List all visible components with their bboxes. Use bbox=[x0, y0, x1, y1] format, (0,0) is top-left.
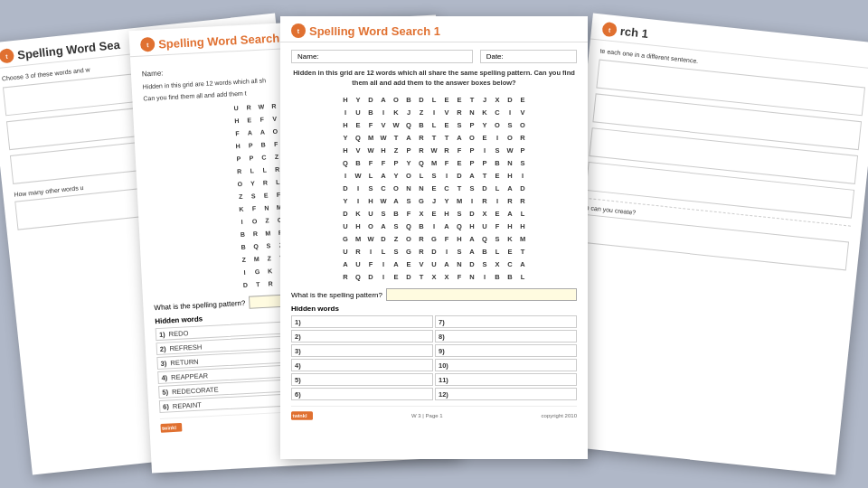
grid-cell: R bbox=[415, 245, 428, 258]
page-wrapper: t Spelling Word Sea Choose 3 of these wo… bbox=[0, 0, 868, 488]
grid-cell: D bbox=[516, 182, 529, 194]
grid-cell: P bbox=[466, 118, 478, 131]
svg-text:twinkl: twinkl bbox=[162, 425, 177, 431]
grid-cell: U bbox=[478, 220, 491, 232]
grid-cell: O bbox=[364, 220, 377, 232]
grid-cell: U bbox=[339, 220, 352, 232]
front-pattern-input[interactable] bbox=[386, 288, 577, 301]
back-right-content: te each one in a different sentence. rn … bbox=[568, 39, 868, 284]
grid-cell: P bbox=[478, 156, 491, 169]
grid-cell: F bbox=[364, 258, 377, 270]
grid-cell: A bbox=[243, 126, 257, 139]
middle-title: Spelling Word Search 3 bbox=[158, 30, 290, 51]
grid-cell: D bbox=[402, 270, 415, 283]
grid-cell: K bbox=[352, 207, 364, 220]
grid-cell: Q bbox=[250, 239, 263, 253]
word-entry: 11) bbox=[435, 373, 577, 386]
grid-cell: X bbox=[491, 258, 504, 270]
grid-cell: S bbox=[402, 194, 415, 207]
grid-cell: R bbox=[453, 106, 466, 118]
grid-cell: F bbox=[248, 202, 261, 215]
word-val: REDO bbox=[168, 329, 188, 338]
grid-cell: B bbox=[364, 106, 377, 118]
grid-cell: A bbox=[390, 258, 402, 270]
word-entry: 10) bbox=[435, 359, 577, 371]
front-footer: twinkl W 3 | Page 1 copyright 2010 bbox=[291, 406, 577, 421]
front-footer-logo: twinkl bbox=[291, 410, 313, 421]
grid-cell: K bbox=[504, 232, 516, 245]
grid-cell: Q bbox=[453, 220, 466, 232]
grid-cell: F bbox=[453, 270, 466, 283]
grid-cell: Y bbox=[246, 176, 259, 190]
back-right-page: t rch 1 te each one in a different sente… bbox=[548, 14, 868, 475]
grid-cell: A bbox=[256, 125, 269, 138]
grid-cell: J bbox=[402, 106, 415, 118]
word-val: REAPPEAR bbox=[171, 371, 208, 381]
front-copyright: copyright 2010 bbox=[542, 413, 577, 418]
grid-cell: E bbox=[453, 156, 466, 169]
grid-cell: K bbox=[390, 106, 402, 118]
front-desc-text: Hidden in this grid are 12 words which a… bbox=[293, 69, 575, 87]
grid-cell: U bbox=[352, 258, 364, 270]
grid-cell: D bbox=[377, 232, 390, 245]
grid-cell: G bbox=[250, 265, 264, 278]
word-num: 3) bbox=[160, 359, 166, 367]
grid-cell: T bbox=[516, 245, 529, 258]
grid-cell: N bbox=[402, 182, 415, 194]
grid-cell: L bbox=[491, 245, 504, 258]
grid-cell: C bbox=[377, 182, 390, 194]
grid-cell: X bbox=[440, 270, 453, 283]
grid-cell: A bbox=[440, 258, 453, 270]
front-name-label: Name: bbox=[297, 52, 319, 61]
grid-cell: B bbox=[237, 240, 250, 254]
grid-cell: C bbox=[491, 106, 504, 118]
grid-cell: A bbox=[453, 131, 466, 144]
grid-cell: F bbox=[364, 118, 377, 131]
grid-cell: R bbox=[259, 175, 272, 189]
grid-cell: V bbox=[516, 106, 529, 118]
grid-cell: D bbox=[364, 93, 377, 106]
front-pattern-label: What is the spelling pattern? bbox=[291, 291, 382, 299]
middle-footer-logo: twinkl bbox=[160, 422, 183, 434]
grid-cell: K bbox=[263, 264, 277, 277]
grid-cell: I bbox=[491, 131, 504, 144]
grid-cell: W bbox=[364, 144, 377, 156]
grid-cell: S bbox=[466, 182, 478, 194]
grid-cell: D bbox=[364, 270, 377, 283]
front-date-field: Date: bbox=[480, 50, 577, 63]
grid-cell: V bbox=[352, 144, 364, 156]
grid-cell: V bbox=[415, 258, 428, 270]
grid-cell: Q bbox=[415, 156, 428, 169]
grid-cell: R bbox=[504, 194, 516, 207]
grid-cell: A bbox=[466, 232, 478, 245]
grid-cell: S bbox=[504, 118, 516, 131]
grid-cell: E bbox=[390, 270, 402, 283]
middle-pattern-label: What is the spelling pattern? bbox=[154, 299, 245, 312]
front-words-grid: 1)2)3)4)5)6)7)8)9)10)11)12) bbox=[291, 315, 577, 400]
grid-cell: U bbox=[230, 101, 243, 115]
grid-cell: S bbox=[364, 182, 377, 194]
grid-cell: S bbox=[491, 144, 504, 156]
twinkl-logo-back-right: t bbox=[601, 22, 618, 38]
grid-cell: S bbox=[428, 169, 440, 182]
grid-cell: A bbox=[390, 194, 402, 207]
grid-cell: R bbox=[232, 164, 246, 178]
grid-cell: E bbox=[440, 93, 453, 106]
grid-cell: D bbox=[453, 169, 466, 182]
grid-cell: C bbox=[440, 182, 453, 194]
grid-cell: O bbox=[390, 182, 402, 194]
twinkl-footer-logo: twinkl bbox=[160, 422, 183, 434]
word-entry: 5) bbox=[291, 373, 433, 386]
grid-cell: X bbox=[428, 270, 440, 283]
grid-cell: W bbox=[504, 144, 516, 156]
grid-cell: W bbox=[377, 131, 390, 144]
grid-cell: W bbox=[364, 232, 377, 245]
word-num: 4) bbox=[161, 373, 167, 381]
grid-cell: P bbox=[516, 144, 529, 156]
front-content: Name: Date: Hidden in this grid are 12 w… bbox=[280, 42, 588, 428]
grid-cell: N bbox=[453, 258, 466, 270]
svg-text:twinkl: twinkl bbox=[293, 413, 307, 418]
grid-cell: A bbox=[466, 245, 478, 258]
grid-cell: N bbox=[415, 182, 428, 194]
front-title: Spelling Word Search 1 bbox=[309, 24, 440, 38]
